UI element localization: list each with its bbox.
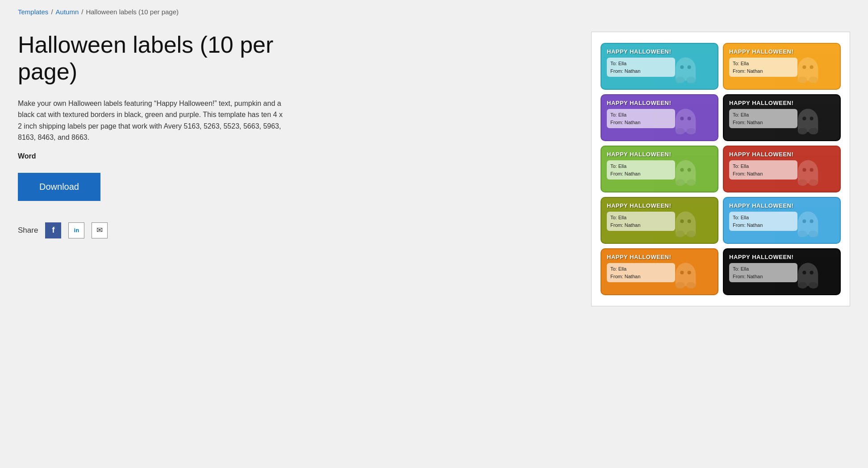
- label-card: HAPPY HALLOWEEN! To: EllaFrom: Nathan: [601, 197, 718, 244]
- email-share-icon[interactable]: ✉: [92, 222, 108, 238]
- label-to: To: EllaFrom: Nathan: [610, 163, 672, 177]
- labels-grid: HAPPY HALLOWEEN! To: EllaFrom: Nathan HA…: [601, 43, 841, 295]
- label-title: HAPPY HALLOWEEN!: [607, 48, 712, 55]
- label-title: HAPPY HALLOWEEN!: [607, 100, 712, 106]
- label-title: HAPPY HALLOWEEN!: [607, 254, 712, 260]
- linkedin-share-icon[interactable]: in: [68, 222, 84, 238]
- download-button[interactable]: Download: [18, 173, 100, 201]
- breadcrumb-sep2: /: [81, 8, 83, 16]
- label-card: HAPPY HALLOWEEN! To: EllaFrom: Nathan: [723, 94, 841, 141]
- label-card: HAPPY HALLOWEEN! To: EllaFrom: Nathan: [723, 197, 841, 244]
- label-title: HAPPY HALLOWEEN!: [607, 202, 712, 209]
- label-card: HAPPY HALLOWEEN! To: EllaFrom: Nathan: [723, 43, 841, 90]
- label-to: To: EllaFrom: Nathan: [733, 60, 794, 75]
- page-title: Halloween labels (10 per page): [18, 32, 304, 85]
- share-label: Share: [18, 226, 38, 235]
- label-to: To: EllaFrom: Nathan: [610, 265, 672, 280]
- label-card: HAPPY HALLOWEEN! To: EllaFrom: Nathan: [723, 248, 841, 295]
- label-to: To: EllaFrom: Nathan: [733, 214, 794, 229]
- label-title: HAPPY HALLOWEEN!: [729, 254, 835, 260]
- app-type: Word: [18, 152, 304, 160]
- label-to: To: EllaFrom: Nathan: [733, 265, 794, 280]
- label-to: To: EllaFrom: Nathan: [610, 60, 672, 75]
- preview-container: HAPPY HALLOWEEN! To: EllaFrom: Nathan HA…: [591, 32, 850, 306]
- label-to: To: EllaFrom: Nathan: [733, 111, 794, 126]
- label-title: HAPPY HALLOWEEN!: [729, 100, 835, 106]
- label-card: HAPPY HALLOWEEN! To: EllaFrom: Nathan: [601, 146, 718, 192]
- label-to: To: EllaFrom: Nathan: [733, 163, 794, 177]
- label-title: HAPPY HALLOWEEN!: [729, 202, 835, 209]
- breadcrumb-templates-link[interactable]: Templates: [18, 8, 48, 16]
- breadcrumb-sep1: /: [51, 8, 53, 16]
- label-title: HAPPY HALLOWEEN!: [729, 151, 835, 158]
- label-card: HAPPY HALLOWEEN! To: EllaFrom: Nathan: [723, 146, 841, 192]
- page-description: Make your own Halloween labels featuring…: [18, 98, 286, 143]
- label-title: HAPPY HALLOWEEN!: [729, 48, 835, 55]
- breadcrumb-current: Halloween labels (10 per page): [86, 8, 179, 16]
- label-card: HAPPY HALLOWEEN! To: EllaFrom: Nathan: [601, 248, 718, 295]
- label-card: HAPPY HALLOWEEN! To: EllaFrom: Nathan: [601, 43, 718, 90]
- facebook-share-icon[interactable]: f: [45, 222, 61, 238]
- label-to: To: EllaFrom: Nathan: [610, 214, 672, 229]
- label-title: HAPPY HALLOWEEN!: [607, 151, 712, 158]
- label-card: HAPPY HALLOWEEN! To: EllaFrom: Nathan: [601, 94, 718, 141]
- breadcrumb: Templates / Autumn / Halloween labels (1…: [18, 8, 850, 16]
- label-to: To: EllaFrom: Nathan: [610, 111, 672, 126]
- breadcrumb-autumn-link[interactable]: Autumn: [56, 8, 79, 16]
